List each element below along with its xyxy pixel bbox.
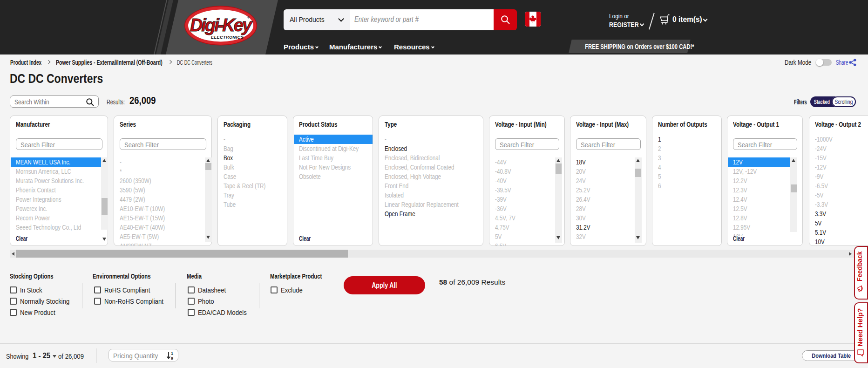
svg-text:®: ® [247, 16, 250, 19]
svg-text:1: 1 [171, 351, 173, 356]
svg-text:Digi-Key: Digi-Key [190, 15, 253, 35]
svg-text:9: 9 [171, 356, 173, 360]
svg-text:ELECTRONICS: ELECTRONICS [211, 35, 244, 40]
